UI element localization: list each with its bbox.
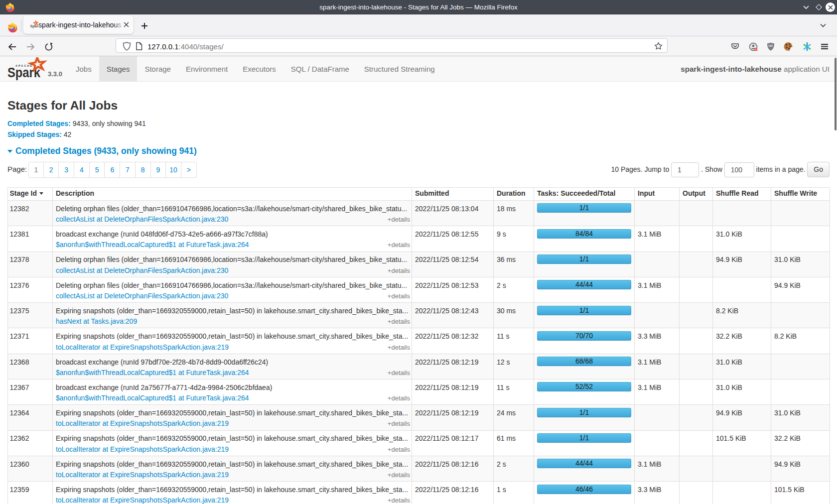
- svg-text:3.3.0: 3.3.0: [48, 70, 62, 78]
- svg-text:Spark: Spark: [30, 24, 39, 28]
- svg-text:UO: UO: [769, 44, 773, 47]
